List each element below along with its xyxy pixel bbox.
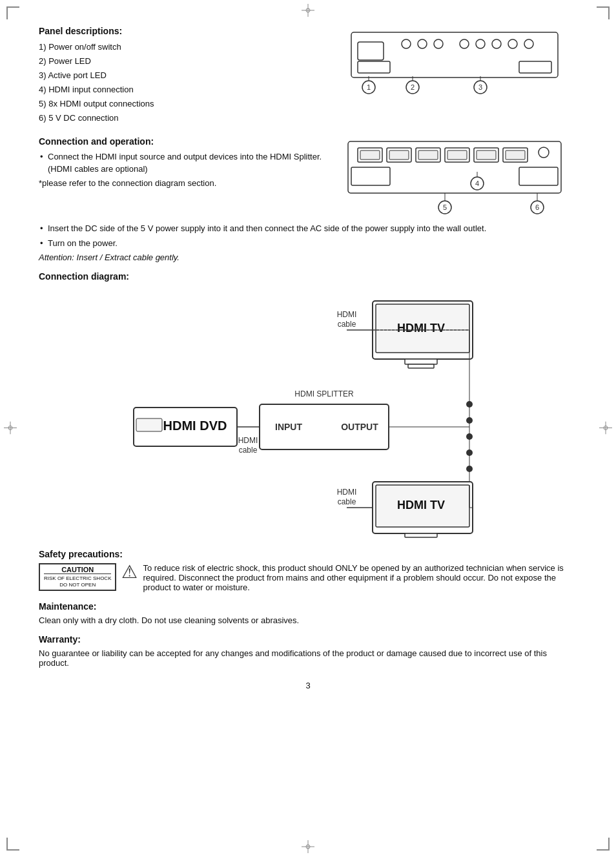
- corner-mark-tl: [6, 6, 19, 19]
- svg-text:HDMI: HDMI: [337, 310, 357, 319]
- caution-sub1: RISK OF ELECTRIC SHOCK: [44, 575, 111, 582]
- panel-descriptions-section: Panel descriptions: 1) Power on/off swit…: [39, 26, 577, 126]
- svg-text:1: 1: [367, 83, 371, 91]
- panel-item-6: 6) 5 V DC connection: [39, 111, 332, 125]
- svg-text:6: 6: [535, 203, 539, 211]
- svg-text:5: 5: [443, 203, 447, 211]
- svg-rect-43: [477, 150, 496, 160]
- svg-rect-62: [408, 364, 434, 368]
- svg-point-21: [524, 39, 533, 48]
- warranty-heading: Warranty:: [39, 634, 577, 645]
- maintenance-heading: Maintenance:: [39, 601, 577, 612]
- svg-point-19: [492, 39, 501, 48]
- panel-item-3: 3) Active port LED: [39, 68, 332, 83]
- safety-row: CAUTION RISK OF ELECTRIC SHOCK DO NOT OP…: [39, 563, 577, 592]
- panel-descriptions-items: 1) Power on/off switch 2) Power LED 3) A…: [39, 40, 332, 126]
- svg-rect-47: [351, 167, 390, 185]
- svg-rect-23: [519, 61, 551, 73]
- crosshair-left: [4, 421, 17, 436]
- svg-point-17: [460, 39, 469, 48]
- maintenance-text: Clean only with a dry cloth. Do not use …: [39, 615, 577, 625]
- connection-diagram-section: Connection diagram: HDMI TV HDMI cable H…: [39, 271, 577, 540]
- svg-point-18: [476, 39, 485, 48]
- safety-heading: Safety precautions:: [39, 549, 577, 559]
- crosshair-top: [302, 4, 314, 17]
- svg-text:HDMI TV: HDMI TV: [397, 499, 445, 511]
- safety-description: To reduce risk of electric shock, this p…: [143, 563, 577, 592]
- svg-rect-48: [519, 167, 558, 185]
- panel-item-5: 5) 8x HDMI output connections: [39, 97, 332, 111]
- svg-text:OUTPUT: OUTPUT: [341, 422, 378, 432]
- svg-point-20: [508, 39, 517, 48]
- svg-point-15: [418, 39, 427, 48]
- svg-text:cable: cable: [338, 497, 356, 506]
- maintenance-section: Maintenance: Clean only with a dry cloth…: [39, 601, 577, 625]
- svg-point-14: [402, 39, 411, 48]
- svg-text:INPUT: INPUT: [275, 422, 302, 432]
- svg-rect-37: [389, 150, 409, 160]
- svg-rect-35: [360, 150, 380, 160]
- svg-text:cable: cable: [338, 320, 356, 329]
- svg-rect-82: [136, 418, 162, 431]
- svg-point-16: [434, 39, 443, 48]
- crosshair-right: [599, 421, 612, 436]
- conn-note: *please refer to the connection diagram …: [39, 178, 332, 188]
- svg-text:HDMI: HDMI: [238, 436, 258, 445]
- panel-descriptions-heading: Panel descriptions:: [39, 26, 332, 36]
- corner-mark-bl: [6, 838, 19, 851]
- svg-text:3: 3: [478, 83, 482, 91]
- warranty-text: No guarantee or liability can be accepte…: [39, 648, 577, 668]
- safety-precautions-section: Safety precautions: CAUTION RISK OF ELEC…: [39, 549, 577, 592]
- conn-attention: Attention: Insert / Extract cable gently…: [39, 253, 577, 262]
- conn-bullet-2: Insert the DC side of the 5 V power supp…: [39, 222, 577, 235]
- svg-text:HDMI TV: HDMI TV: [397, 322, 445, 335]
- panel-item-2: 2) Power LED: [39, 54, 332, 68]
- caution-sub2: DO NOT OPEN: [44, 582, 111, 588]
- svg-text:cable: cable: [239, 446, 258, 455]
- svg-rect-39: [418, 150, 438, 160]
- conn-bullets-2: Insert the DC side of the 5 V power supp…: [39, 222, 577, 250]
- svg-text:2: 2: [411, 83, 415, 91]
- svg-rect-90: [405, 533, 437, 537]
- svg-point-46: [539, 147, 549, 158]
- panel-item-1: 1) Power on/off switch: [39, 40, 332, 54]
- crosshair-bottom: [302, 840, 314, 853]
- connection-diagram-heading: Connection diagram:: [39, 271, 577, 282]
- warning-triangle-icon: ⚠: [121, 563, 138, 581]
- connection-operation-heading: Connection and operation:: [39, 136, 332, 147]
- safety-text: To reduce risk of electric shock, this p…: [143, 563, 577, 592]
- svg-rect-45: [506, 150, 525, 160]
- conn-bullet-3: Turn on the power.: [39, 237, 577, 250]
- conn-bullets-1: Connect the HDMI input source and output…: [39, 150, 332, 176]
- conn-bullet-1: Connect the HDMI input source and output…: [39, 150, 332, 176]
- svg-text:HDMI: HDMI: [337, 488, 357, 497]
- svg-rect-22: [358, 61, 390, 73]
- connection-operation-section: Connection and operation: Connect the HD…: [39, 136, 577, 262]
- corner-mark-br: [597, 838, 610, 851]
- page-number: 3: [39, 681, 577, 690]
- svg-text:4: 4: [475, 180, 479, 187]
- caution-title: CAUTION: [44, 566, 111, 574]
- top-panel-diagram: 1 2 3: [345, 26, 577, 126]
- front-panel-diagram: 4 5 6: [345, 136, 577, 222]
- connection-operation-text: Connection and operation: Connect the HD…: [39, 136, 332, 222]
- connection-diagram-container: HDMI TV HDMI cable HDMI SPLITTER INPUT O…: [39, 288, 577, 540]
- svg-rect-13: [358, 42, 384, 60]
- svg-rect-61: [405, 359, 437, 364]
- svg-text:HDMI SPLITTER: HDMI SPLITTER: [294, 389, 354, 398]
- svg-rect-41: [447, 150, 467, 160]
- panel-descriptions-text: Panel descriptions: 1) Power on/off swit…: [39, 26, 332, 126]
- corner-mark-tr: [597, 6, 610, 19]
- svg-text:HDMI DVD: HDMI DVD: [163, 418, 227, 433]
- warranty-section: Warranty: No guarantee or liability can …: [39, 634, 577, 668]
- caution-box: CAUTION RISK OF ELECTRIC SHOCK DO NOT OP…: [39, 563, 116, 592]
- panel-item-4: 4) HDMI input connection: [39, 83, 332, 97]
